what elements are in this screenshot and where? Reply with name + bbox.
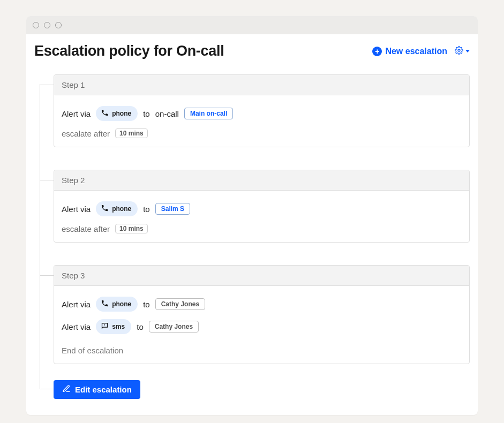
alert-via-label: Alert via <box>62 300 91 309</box>
header-actions: + New escalation <box>372 46 470 56</box>
step-title: Step 3 <box>54 266 469 286</box>
escalate-row: escalate after 10 mins <box>62 224 462 233</box>
settings-dropdown[interactable] <box>455 46 470 56</box>
alert-via-label: Alert via <box>62 109 91 118</box>
chevron-down-icon <box>465 50 470 52</box>
channel-label: sms <box>112 323 125 330</box>
to-label: to <box>143 109 150 118</box>
escalate-after-label: escalate after <box>62 129 110 138</box>
flow-spine <box>40 84 40 389</box>
pencil-icon <box>62 384 71 395</box>
window-titlebar <box>26 16 478 34</box>
step-body: Alert via phone to on-call Main on-call … <box>54 95 469 147</box>
window-control-maximize[interactable] <box>55 22 62 28</box>
edit-row: Edit escalation <box>54 380 470 399</box>
target-tag[interactable]: Main on-call <box>184 108 233 119</box>
step-body: Alert via phone to Cathy Jones Alert via <box>54 286 469 364</box>
to-label: to <box>137 322 144 331</box>
alert-via-label: Alert via <box>62 205 91 214</box>
page-title: Escalation policy for On-call <box>34 43 224 59</box>
new-escalation-label: New escalation <box>385 47 447 56</box>
channel-label: phone <box>112 205 131 213</box>
page-header: Escalation policy for On-call + New esca… <box>34 43 470 59</box>
app-window: Escalation policy for On-call + New esca… <box>26 16 478 415</box>
escalate-row: escalate after 10 mins <box>62 129 462 138</box>
step-body: Alert via phone to Salim S escalate afte… <box>54 191 469 242</box>
step-card: Step 2 Alert via phone to Salim S <box>54 170 470 243</box>
to-mode: on-call <box>155 109 179 118</box>
target-tag[interactable]: Cathy Jones <box>155 298 205 310</box>
new-escalation-button[interactable]: + New escalation <box>372 47 447 56</box>
alert-row: Alert via phone to on-call Main on-call <box>62 106 462 121</box>
channel-pill-phone: phone <box>96 297 138 312</box>
content-area: Escalation policy for On-call + New esca… <box>26 34 478 415</box>
target-tag[interactable]: Cathy Jones <box>149 321 199 333</box>
step-title: Step 2 <box>54 170 469 191</box>
phone-icon <box>101 299 109 309</box>
edit-escalation-label: Edit escalation <box>75 385 132 394</box>
gear-icon <box>455 46 463 56</box>
alert-row: Alert via sms to Cathy Jones <box>62 319 462 334</box>
sms-icon <box>101 322 109 331</box>
channel-pill-phone: phone <box>96 201 138 216</box>
step-card: Step 3 Alert via phone to Cathy Jones <box>54 265 470 364</box>
alert-row: Alert via phone to Cathy Jones <box>62 297 462 312</box>
window-control-close[interactable] <box>33 22 39 28</box>
channel-pill-sms: sms <box>96 319 131 334</box>
window-control-minimize[interactable] <box>44 22 50 28</box>
channel-label: phone <box>112 300 131 308</box>
phone-icon <box>101 109 109 118</box>
edit-escalation-button[interactable]: Edit escalation <box>54 380 140 399</box>
phone-icon <box>101 204 109 214</box>
target-tag[interactable]: Salim S <box>155 203 190 215</box>
channel-label: phone <box>112 110 131 117</box>
step-card: Step 1 Alert via phone to on-call Main o… <box>54 74 470 147</box>
step-title: Step 1 <box>54 75 469 95</box>
escalate-after-value: 10 mins <box>115 129 148 138</box>
end-of-escalation: End of escalation <box>62 342 462 355</box>
svg-point-0 <box>458 49 460 51</box>
alert-via-label: Alert via <box>62 322 91 331</box>
escalate-after-value: 10 mins <box>115 224 148 233</box>
to-label: to <box>143 205 150 214</box>
escalation-flow: Step 1 Alert via phone to on-call Main o… <box>34 74 470 399</box>
plus-icon: + <box>372 47 382 56</box>
to-label: to <box>143 300 150 309</box>
alert-row: Alert via phone to Salim S <box>62 201 462 216</box>
channel-pill-phone: phone <box>96 106 138 121</box>
escalate-after-label: escalate after <box>62 224 110 233</box>
